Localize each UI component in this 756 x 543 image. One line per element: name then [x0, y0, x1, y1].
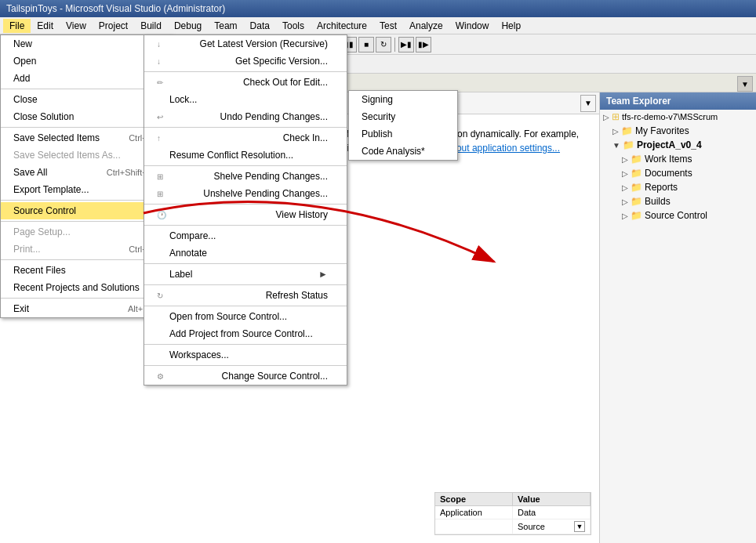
sc-signing-label: Signing [362, 94, 393, 105]
menu-team[interactable]: Team [208, 19, 243, 33]
tree-projecta[interactable]: ▼ 📁 ProjectA_v0_4 [600, 138, 756, 152]
grid-row-2: Source ▼ [435, 519, 591, 534]
grid-header: Scope Value [435, 493, 591, 506]
sc-label-text: Label [169, 269, 192, 280]
menu-build[interactable]: Build [134, 19, 168, 33]
sc-sep-6 [144, 263, 347, 264]
sc-security-label: Security [362, 111, 395, 122]
tree-builds[interactable]: ▷ 📁 Builds [600, 194, 756, 208]
sc-checkin-icon: ↑ [157, 134, 161, 143]
sc-sep-4 [144, 204, 347, 205]
sc-checkout[interactable]: ✏ Check Out for Edit... [144, 74, 347, 91]
sc-history-icon: 🕐 [157, 211, 166, 219]
sc-publish-label: Publish [362, 129, 392, 139]
sc-undo[interactable]: ↩ Undo Pending Changes... [144, 108, 347, 125]
sc-getspecific[interactable]: ↓ Get Specific Version... [144, 52, 347, 70]
menu-file[interactable]: File [3, 19, 31, 33]
sc-annotate-label: Annotate [169, 248, 207, 259]
dropdown-btn[interactable]: ▼ [574, 521, 585, 532]
sc-checkin-label: Check In... [283, 132, 328, 143]
sc-getspecific-icon: ↓ [157, 57, 161, 66]
menu-debug[interactable]: Debug [168, 19, 208, 33]
sc-change[interactable]: ⚙ Change Source Control... [144, 367, 347, 385]
sc-addproject[interactable]: Add Project from Source Control... [144, 325, 347, 342]
folder-icon-root: ⊞ [612, 111, 620, 122]
toolbar-btn-6[interactable]: ■ [358, 37, 374, 52]
menu-architecture[interactable]: Architecture [311, 19, 373, 33]
menu-bar: File Edit View Project Build Debug Team … [0, 17, 756, 34]
tree-workitems[interactable]: ▷ 📁 Work Items [600, 152, 756, 166]
source-text: Source [518, 522, 545, 531]
sub-tab-menu[interactable]: ▼ [580, 95, 596, 112]
menu-window[interactable]: Window [449, 19, 496, 33]
menu-item-saveall-label: Save All [13, 167, 47, 178]
sc-sep-7 [144, 284, 347, 285]
menu-tools[interactable]: Tools [276, 19, 311, 33]
menu-item-recentfiles-label: Recent Files [13, 265, 66, 276]
sc-getlatest[interactable]: ↓ Get Latest Version (Recursive) [144, 35, 347, 52]
sc-unshelve-icon: ⊞ [157, 190, 163, 198]
sc-codeanalysis-label: Code Analysis* [362, 146, 425, 157]
tree-builds-label: Builds [645, 196, 671, 207]
sc-annotate[interactable]: Annotate [144, 244, 347, 262]
team-explorer-title: Team Explorer [606, 96, 671, 107]
sc-publish[interactable]: Publish [349, 125, 457, 143]
cell-value-1: Data [513, 506, 591, 519]
toolbar-btn-8[interactable]: ▶▮ [398, 37, 414, 52]
menu-item-new-label: New [13, 38, 32, 49]
sc-checkin[interactable]: ↑ Check In... [144, 129, 347, 147]
menu-project[interactable]: Project [93, 19, 134, 33]
sc-change-label: Change Source Control... [222, 371, 328, 382]
sc-checkout-label: Check Out for Edit... [243, 77, 328, 88]
sc-shelve[interactable]: ⊞ Shelve Pending Changes... [144, 168, 347, 185]
tree-myfavorites[interactable]: ▷ 📁 My Favorites [600, 124, 756, 138]
separator-2 [394, 38, 395, 52]
sc-lock[interactable]: Lock... [144, 91, 347, 108]
toolbar-btn-9[interactable]: ▮▶ [416, 37, 431, 52]
menu-item-sc-label: Source Control [13, 205, 76, 216]
menu-analyze[interactable]: Analyze [403, 19, 449, 33]
sc-sep-8 [144, 306, 347, 306]
tree-root[interactable]: ▷ ⊞ tfs-rc-demo-v7\MSScrum [600, 110, 756, 124]
expand-icon-sc: ▷ [622, 212, 628, 220]
sc-getlatest-icon: ↓ [157, 40, 161, 49]
tree-reports[interactable]: ▷ 📁 Reports [600, 180, 756, 194]
folder-icon-wi: 📁 [631, 154, 642, 165]
sc-refresh[interactable]: ↻ Refresh Status [144, 287, 347, 304]
tree-documents-label: Documents [645, 168, 692, 179]
sc-conflict[interactable]: Resume Conflict Resolution... [144, 147, 347, 164]
menu-view[interactable]: View [60, 19, 93, 33]
col-value: Value [513, 493, 591, 505]
sc-sep-2 [144, 127, 347, 128]
sc-shelve-label: Shelve Pending Changes... [214, 171, 328, 182]
sc-openfrom[interactable]: Open from Source Control... [144, 308, 347, 325]
expand-icon-docs: ▷ [622, 169, 628, 178]
sc-history[interactable]: 🕐 View History [144, 206, 347, 223]
menu-edit[interactable]: Edit [31, 19, 60, 33]
toolbar-btn-7[interactable]: ↻ [376, 37, 391, 52]
sc-workspaces-label: Workspaces... [169, 349, 229, 360]
tree-sourcecontrol[interactable]: ▷ 📁 Source Control [600, 208, 756, 223]
folder-icon-docs: 📁 [631, 168, 642, 179]
tree-documents[interactable]: ▷ 📁 Documents [600, 166, 756, 180]
menu-test[interactable]: Test [373, 19, 403, 33]
tree-workitems-label: Work Items [645, 154, 692, 165]
sc-security[interactable]: Security [349, 108, 457, 125]
tab-dropdown[interactable]: ▼ [737, 76, 753, 92]
sc-shelve-icon: ⊞ [157, 172, 163, 181]
tree-reports-label: Reports [645, 182, 678, 193]
folder-icon-rep: 📁 [631, 182, 642, 193]
sc-label[interactable]: Label ► [144, 266, 347, 283]
sc-compare[interactable]: Compare... [144, 227, 347, 244]
sc-unshelve[interactable]: ⊞ Unshelve Pending Changes... [144, 185, 347, 202]
menu-item-close-label: Close [13, 94, 38, 105]
sc-label-arrow: ► [318, 269, 328, 280]
menu-help[interactable]: Help [495, 19, 527, 33]
sc-change-icon: ⚙ [157, 372, 164, 381]
menu-data[interactable]: Data [244, 19, 276, 33]
sc-signing[interactable]: Signing [349, 91, 457, 108]
team-explorer: Team Explorer ▷ ⊞ tfs-rc-demo-v7\MSScrum… [599, 92, 756, 543]
sc-codeanalysis[interactable]: Code Analysis* [349, 143, 457, 160]
menu-item-open-label: Open [13, 56, 36, 67]
sc-workspaces[interactable]: Workspaces... [144, 346, 347, 364]
